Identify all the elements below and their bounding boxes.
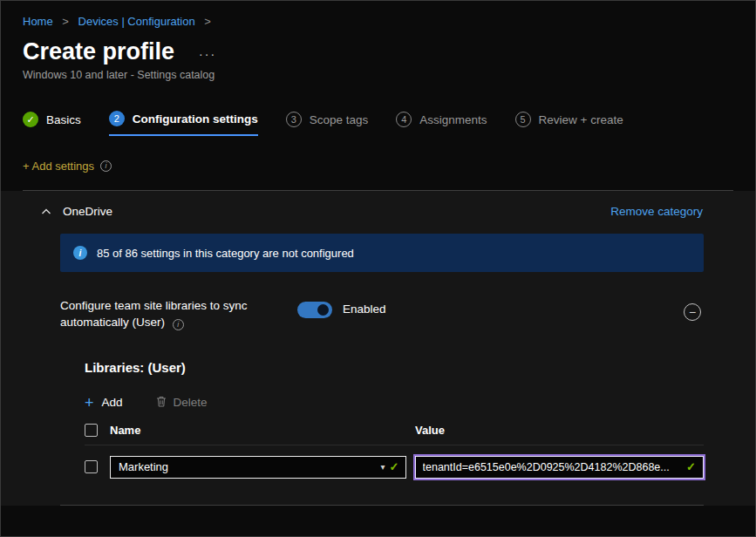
tab-scope-tags-label: Scope tags	[310, 113, 369, 126]
more-menu-icon[interactable]: ···	[199, 47, 216, 61]
info-icon[interactable]: i	[173, 319, 184, 330]
info-icon[interactable]: i	[100, 160, 112, 172]
page-subtitle: Windows 10 and later - Settings catalog	[23, 69, 733, 81]
bottom-divider	[60, 505, 704, 506]
title-row: Create profile ···	[23, 38, 733, 65]
tab-assignments-label: Assignments	[419, 113, 487, 126]
column-header-value: Value	[415, 424, 445, 437]
step-complete-check-icon: ✓	[23, 112, 38, 127]
add-settings-link[interactable]: + Add settings i	[23, 160, 733, 173]
row-checkbox[interactable]	[85, 460, 98, 473]
breadcrumb: Home > Devices | Configuration >	[1, 1, 755, 28]
breadcrumb-separator: >	[62, 15, 69, 28]
name-dropdown-value: Marketing	[119, 460, 381, 473]
tab-basics[interactable]: ✓ Basics	[23, 111, 81, 136]
breadcrumb-home-link[interactable]: Home	[23, 15, 53, 28]
add-settings-label: + Add settings	[23, 160, 94, 173]
page-title: Create profile	[23, 38, 174, 65]
tab-review-create-label: Review + create	[539, 113, 623, 126]
table-row: Marketing ▾ ✓ tenantId=e6515e0e%2D0925%2…	[85, 456, 704, 479]
category-name: OneDrive	[63, 205, 112, 218]
tab-configuration-settings[interactable]: 2 Configuration settings	[109, 111, 258, 136]
step-number-icon: 4	[396, 112, 412, 127]
remove-category-link[interactable]: Remove category	[610, 205, 703, 218]
tab-review-create[interactable]: 5 Review + create	[515, 111, 623, 136]
delete-row-label: Delete	[174, 396, 208, 409]
valid-check-icon: ✓	[686, 460, 696, 473]
step-number-icon: 2	[109, 111, 125, 126]
setting-label: Configure team site libraries to sync au…	[60, 298, 285, 331]
tab-basics-label: Basics	[46, 113, 81, 126]
add-row-button[interactable]: + Add	[85, 396, 123, 409]
tab-assignments[interactable]: 4 Assignments	[396, 111, 487, 136]
setting-row: Configure team site libraries to sync au…	[60, 298, 701, 331]
info-banner: i 85 of 86 settings in this category are…	[60, 234, 704, 272]
category-header: OneDrive Remove category	[1, 191, 755, 232]
wizard-tabs: ✓ Basics 2 Configuration settings 3 Scop…	[23, 111, 733, 136]
column-header-name: Name	[110, 424, 406, 437]
trash-icon	[156, 396, 167, 410]
value-input[interactable]: tenantId=e6515e0e%2D0925%2D4182%2D868e..…	[415, 456, 705, 479]
step-number-icon: 5	[515, 112, 531, 127]
step-number-icon: 3	[286, 112, 302, 127]
setting-toggle[interactable]	[297, 302, 332, 318]
value-input-text: tenantId=e6515e0e%2D0925%2D4182%2D868e..…	[423, 461, 687, 473]
toggle-knob	[317, 304, 329, 316]
chevron-down-icon: ▾	[381, 462, 385, 472]
tab-scope-tags[interactable]: 3 Scope tags	[286, 111, 369, 136]
libraries-table: Name Value Marketing ▾ ✓ tenantId=e6515e…	[85, 424, 704, 479]
name-dropdown[interactable]: Marketing ▾ ✓	[110, 456, 406, 479]
toggle-state-label: Enabled	[343, 302, 386, 316]
create-profile-page: Home > Devices | Configuration > Create …	[0, 0, 756, 537]
setting-label-text: Configure team site libraries to sync au…	[60, 299, 248, 329]
select-all-checkbox[interactable]	[85, 424, 98, 437]
add-row-label: Add	[102, 396, 123, 409]
plus-icon: +	[85, 397, 94, 409]
breadcrumb-devices-configuration-link[interactable]: Devices | Configuration	[78, 15, 195, 28]
table-header-row: Name Value	[85, 424, 704, 445]
libraries-heading: Libraries: (User)	[85, 360, 703, 375]
info-icon: i	[73, 246, 87, 260]
libraries-toolbar: + Add Delete	[85, 396, 755, 410]
breadcrumb-separator: >	[204, 15, 211, 28]
chevron-up-icon[interactable]	[41, 208, 51, 215]
remove-setting-icon[interactable]: −	[684, 303, 701, 321]
banner-text: 85 of 86 settings in this category are n…	[97, 247, 354, 260]
delete-row-button[interactable]: Delete	[156, 396, 208, 410]
valid-check-icon: ✓	[390, 460, 399, 473]
tab-configuration-settings-label: Configuration settings	[133, 112, 258, 126]
category-section: OneDrive Remove category i 85 of 86 sett…	[1, 191, 755, 506]
